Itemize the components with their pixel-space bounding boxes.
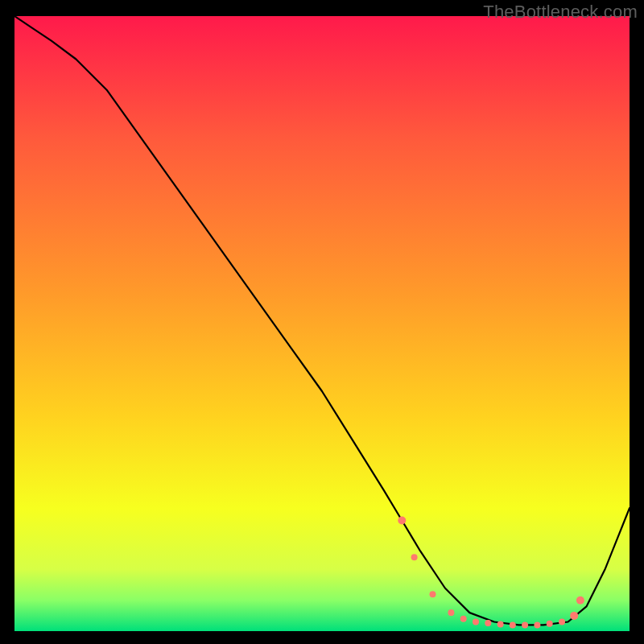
marker-dot [522,621,528,628]
marker-dot [411,554,418,560]
marker-dot [576,597,584,605]
marker-dot [497,621,504,628]
marker-dot [547,621,553,627]
marker-dot [460,616,467,622]
marker-dot [448,609,454,616]
marker-dot [430,591,436,597]
marker-dot [398,517,406,525]
marker-dot [510,621,516,628]
chart-frame: TheBottleneck.com [0,0,644,644]
marker-dot [559,619,565,625]
plot-svg [14,16,630,631]
watermark-label: TheBottleneck.com [483,2,638,23]
gradient-rect [14,16,630,631]
marker-dot [570,612,578,620]
marker-dot [485,620,491,626]
marker-dot [534,621,540,628]
plot-area [14,16,630,631]
marker-dot [473,619,479,625]
